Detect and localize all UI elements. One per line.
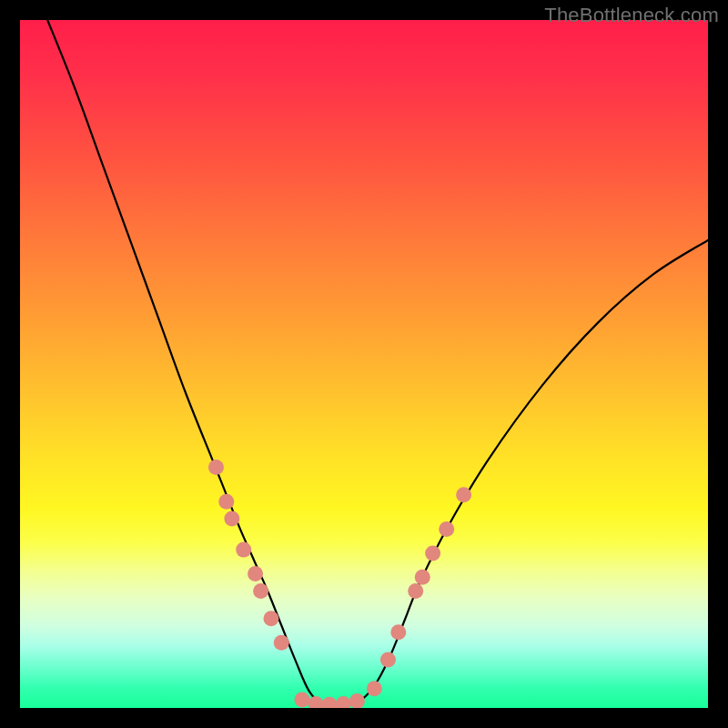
data-marker [415, 570, 430, 585]
marker-group [208, 460, 471, 708]
data-marker [253, 583, 268, 599]
bottleneck-chart [20, 20, 708, 708]
data-marker [208, 460, 224, 475]
data-marker [367, 681, 382, 696]
data-marker [390, 624, 406, 640]
data-marker [322, 697, 338, 708]
data-marker [439, 521, 454, 537]
data-marker [263, 611, 278, 626]
bottleneck-curve [47, 20, 708, 705]
data-marker [336, 696, 351, 708]
data-marker [294, 692, 309, 707]
chart-plot-area [20, 20, 708, 708]
data-marker [224, 511, 239, 527]
data-marker [248, 566, 263, 581]
data-marker [308, 696, 324, 708]
data-marker [380, 652, 396, 668]
data-marker [456, 487, 471, 502]
data-marker [408, 583, 423, 599]
data-marker [274, 635, 289, 651]
data-marker [349, 693, 365, 708]
data-marker [425, 545, 440, 561]
data-marker [236, 542, 251, 558]
data-marker [218, 494, 234, 510]
watermark-text: TheBottleneck.com [544, 4, 719, 27]
